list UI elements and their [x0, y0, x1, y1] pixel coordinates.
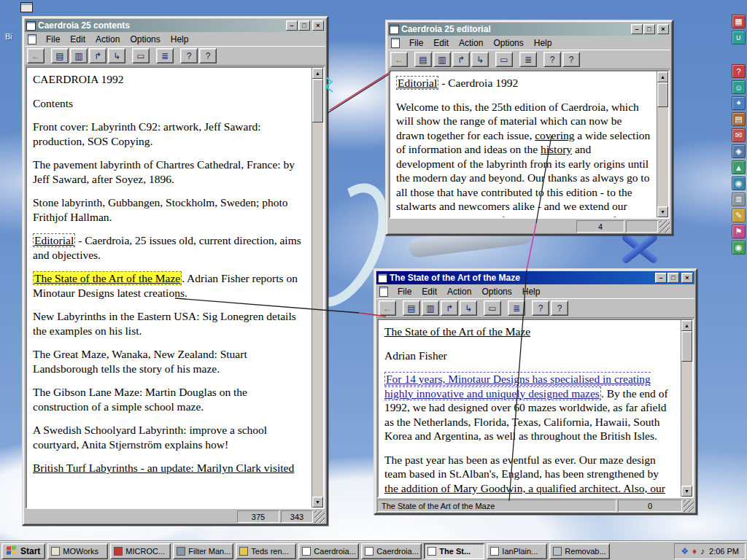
hyperlink[interactable]: Editorial: [396, 76, 438, 90]
menu-file[interactable]: File: [392, 286, 417, 298]
hyperlink[interactable]: covering: [535, 129, 574, 141]
menu-options[interactable]: Options: [476, 286, 516, 298]
close-button[interactable]: ×: [681, 273, 693, 283]
document-window-icon[interactable]: [378, 273, 387, 283]
menu-edit[interactable]: Edit: [428, 37, 454, 49]
context-help-button[interactable]: ?: [562, 52, 580, 67]
dock-globe-icon[interactable]: ◉: [732, 176, 746, 190]
document-area[interactable]: The State of the Art of the MazeAdrian F…: [379, 320, 681, 497]
replace-pages-button[interactable]: ▥: [433, 52, 451, 67]
hyperlink[interactable]: history: [541, 143, 572, 155]
scrollbar-thumb[interactable]: [657, 82, 668, 107]
link-forward-button[interactable]: ↱: [89, 48, 107, 63]
vertical-scrollbar[interactable]: ▲ ▼: [311, 68, 323, 508]
replace-pages-button[interactable]: ▥: [70, 48, 88, 63]
task-button-teds-ren[interactable]: Teds ren...: [236, 543, 296, 559]
minimize-button[interactable]: –: [286, 20, 298, 31]
scrollbar-thumb[interactable]: [681, 331, 692, 362]
window-editorial[interactable]: Caerdroia 25 editorial –□× FileEditActio…: [385, 20, 673, 236]
context-help-button[interactable]: ?: [551, 300, 568, 316]
menu-action[interactable]: Action: [90, 34, 125, 45]
open-folder-button[interactable]: ▭: [495, 52, 513, 67]
open-folder-button[interactable]: ▭: [484, 300, 501, 316]
menu-file[interactable]: File: [41, 34, 65, 45]
dock-chart-icon[interactable]: ▲: [732, 160, 746, 174]
resize-grip[interactable]: [684, 499, 694, 512]
scroll-up-button[interactable]: ▲: [657, 71, 668, 82]
help-button[interactable]: ?: [543, 52, 561, 67]
dock-pen-icon[interactable]: ✎: [732, 209, 746, 222]
back-arrow-button[interactable]: ←: [379, 300, 396, 316]
dock-magnet-icon[interactable]: ∪: [732, 31, 746, 44]
duplicate-document-button[interactable]: ≣: [508, 300, 525, 316]
dock-target-icon[interactable]: ◉: [732, 241, 746, 254]
replace-pages-button[interactable]: ▥: [422, 300, 439, 316]
document-area[interactable]: CAERDROIA 1992ContentsFront cover: Labyr…: [27, 68, 311, 508]
link-forward-button[interactable]: ↱: [452, 52, 470, 67]
hyperlink[interactable]: The State of the Art of the Maze: [384, 325, 530, 338]
dock-mail-icon[interactable]: ✉: [732, 128, 746, 142]
scrollbar-thumb[interactable]: [312, 79, 323, 122]
dock-grid-icon[interactable]: ▦: [732, 15, 746, 28]
vertical-scrollbar[interactable]: ▲ ▼: [681, 320, 692, 497]
titlebar[interactable]: The State of the Art of the Maze –□×: [376, 271, 694, 284]
menu-help[interactable]: Help: [517, 286, 546, 298]
desktop-mini-window-icon[interactable]: [20, 2, 33, 12]
link-forward-button[interactable]: ↱: [441, 300, 458, 316]
task-button-filter-man[interactable]: Filter Man...: [173, 543, 233, 559]
close-button[interactable]: ×: [657, 24, 669, 34]
help-button[interactable]: ?: [532, 300, 549, 316]
dock-help-icon[interactable]: ?: [732, 64, 746, 78]
scroll-down-button[interactable]: ▼: [312, 497, 323, 508]
document-icon[interactable]: [391, 38, 400, 48]
minimize-button[interactable]: –: [655, 273, 667, 283]
hyperlink[interactable]: The State of the Art of the Maze: [33, 271, 182, 285]
menu-edit[interactable]: Edit: [417, 286, 442, 298]
minimize-button[interactable]: –: [631, 24, 643, 34]
resize-grip[interactable]: [659, 220, 670, 233]
document-window-icon[interactable]: [26, 21, 36, 31]
dock-flag-icon[interactable]: ⚑: [732, 225, 746, 238]
link-back-button[interactable]: ↳: [108, 48, 125, 63]
back-arrow-button[interactable]: ←: [390, 52, 408, 67]
task-button-the-st[interactable]: The St...: [424, 543, 484, 559]
clock[interactable]: 2:06 PM: [709, 547, 739, 556]
document-area[interactable]: Editorial - Caerdroia 1992Welcome to thi…: [390, 71, 657, 217]
document-window-icon[interactable]: [390, 25, 399, 34]
dock-books-icon[interactable]: ▤: [732, 112, 746, 126]
close-button[interactable]: ×: [312, 20, 324, 31]
menu-edit[interactable]: Edit: [65, 34, 90, 45]
dock-tools-icon[interactable]: ✦: [732, 96, 746, 110]
copy-pages-button[interactable]: ▤: [51, 48, 69, 63]
titlebar[interactable]: Caerdroia 25 contents –□×: [25, 19, 325, 32]
link-back-button[interactable]: ↳: [460, 300, 477, 316]
help-button[interactable]: ?: [180, 48, 198, 63]
resize-grip[interactable]: [314, 510, 325, 523]
task-button-moworks[interactable]: MOWorks: [47, 543, 108, 559]
scroll-up-button[interactable]: ▲: [681, 320, 692, 331]
tray-display-icon[interactable]: ❖: [681, 547, 689, 556]
back-arrow-button[interactable]: ←: [27, 48, 44, 63]
copy-pages-button[interactable]: ▤: [403, 300, 420, 316]
document-icon[interactable]: [379, 287, 388, 297]
dock-disk-icon[interactable]: ◈: [732, 144, 746, 158]
hyperlink[interactable]: Editorial: [33, 233, 75, 247]
scroll-up-button[interactable]: ▲: [312, 68, 323, 79]
task-button-microc[interactable]: MICROC...: [110, 543, 171, 559]
menu-file[interactable]: File: [404, 37, 428, 49]
context-help-button[interactable]: ?: [199, 48, 217, 63]
menu-help[interactable]: Help: [166, 34, 194, 45]
start-button[interactable]: Start: [1, 543, 45, 559]
document-icon[interactable]: [28, 34, 36, 44]
window-contents[interactable]: Caerdroia 25 contents –□× FileEditAction…: [22, 16, 328, 526]
titlebar[interactable]: Caerdroia 25 editorial –□×: [388, 23, 670, 36]
maximize-button[interactable]: □: [667, 273, 679, 283]
window-maze[interactable]: The State of the Art of the Maze –□× Fil…: [374, 268, 697, 515]
tray-scheduler-icon[interactable]: ♦: [692, 547, 697, 556]
duplicate-document-button[interactable]: ≣: [519, 52, 537, 67]
task-button-ianplain[interactable]: IanPlain...: [487, 543, 547, 559]
copy-pages-button[interactable]: ▤: [414, 52, 432, 67]
vertical-scrollbar[interactable]: ▲ ▼: [657, 71, 668, 217]
menu-help[interactable]: Help: [529, 37, 557, 49]
open-folder-button[interactable]: ▭: [132, 48, 150, 63]
